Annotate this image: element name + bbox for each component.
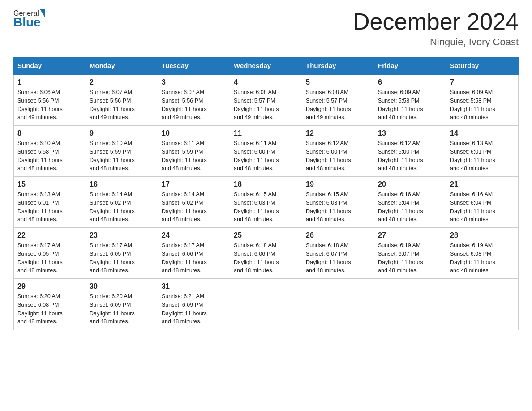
calendar-cell: 12 Sunrise: 6:12 AMSunset: 6:00 PMDaylig… bbox=[302, 126, 374, 177]
day-number: 19 bbox=[306, 180, 370, 188]
calendar-cell: 22 Sunrise: 6:17 AMSunset: 6:05 PMDaylig… bbox=[14, 228, 86, 279]
calendar-cell bbox=[446, 279, 519, 330]
day-number: 26 bbox=[306, 231, 370, 240]
day-number: 10 bbox=[162, 129, 226, 137]
day-info: Sunrise: 6:19 AMSunset: 6:07 PMDaylight:… bbox=[378, 242, 423, 274]
calendar-cell: 30 Sunrise: 6:20 AMSunset: 6:09 PMDaylig… bbox=[86, 279, 158, 330]
day-number: 3 bbox=[162, 78, 226, 86]
calendar-week-row: 1 Sunrise: 6:06 AMSunset: 5:56 PMDayligh… bbox=[14, 74, 519, 126]
day-info: Sunrise: 6:09 AMSunset: 5:58 PMDaylight:… bbox=[450, 89, 495, 120]
calendar-cell bbox=[374, 279, 446, 330]
logo-triangle-icon bbox=[40, 9, 45, 18]
day-number: 23 bbox=[90, 231, 154, 240]
calendar-header-row: SundayMondayTuesdayWednesdayThursdayFrid… bbox=[14, 57, 519, 75]
day-number: 7 bbox=[450, 78, 515, 86]
day-number: 14 bbox=[450, 129, 515, 137]
day-info: Sunrise: 6:10 AMSunset: 5:59 PMDaylight:… bbox=[90, 140, 135, 171]
calendar-week-row: 8 Sunrise: 6:10 AMSunset: 5:58 PMDayligh… bbox=[14, 126, 519, 177]
day-info: Sunrise: 6:21 AMSunset: 6:09 PMDaylight:… bbox=[162, 293, 207, 325]
day-number: 1 bbox=[17, 78, 82, 86]
day-info: Sunrise: 6:07 AMSunset: 5:56 PMDaylight:… bbox=[162, 89, 207, 120]
calendar-cell: 25 Sunrise: 6:18 AMSunset: 6:06 PMDaylig… bbox=[230, 228, 302, 279]
calendar-cell: 11 Sunrise: 6:11 AMSunset: 6:00 PMDaylig… bbox=[230, 126, 302, 177]
header-thursday: Thursday bbox=[302, 57, 374, 75]
header-monday: Monday bbox=[86, 57, 158, 75]
day-info: Sunrise: 6:16 AMSunset: 6:04 PMDaylight:… bbox=[378, 191, 423, 223]
day-number: 6 bbox=[378, 78, 442, 86]
day-info: Sunrise: 6:12 AMSunset: 6:00 PMDaylight:… bbox=[306, 140, 351, 171]
logo-blue-text: Blue bbox=[13, 15, 41, 30]
calendar-week-row: 22 Sunrise: 6:17 AMSunset: 6:05 PMDaylig… bbox=[14, 228, 519, 279]
calendar-cell: 7 Sunrise: 6:09 AMSunset: 5:58 PMDayligh… bbox=[446, 74, 519, 126]
day-info: Sunrise: 6:06 AMSunset: 5:56 PMDaylight:… bbox=[17, 89, 63, 120]
day-info: Sunrise: 6:18 AMSunset: 6:07 PMDaylight:… bbox=[306, 242, 351, 274]
day-info: Sunrise: 6:15 AMSunset: 6:03 PMDaylight:… bbox=[306, 191, 351, 223]
calendar-cell bbox=[302, 279, 374, 330]
day-info: Sunrise: 6:14 AMSunset: 6:02 PMDaylight:… bbox=[162, 191, 207, 223]
calendar-cell: 13 Sunrise: 6:12 AMSunset: 6:00 PMDaylig… bbox=[374, 126, 446, 177]
logo: General Blue bbox=[13, 9, 45, 30]
day-info: Sunrise: 6:11 AMSunset: 6:00 PMDaylight:… bbox=[234, 140, 279, 171]
calendar-cell: 23 Sunrise: 6:17 AMSunset: 6:05 PMDaylig… bbox=[86, 228, 158, 279]
day-number: 8 bbox=[17, 129, 82, 137]
calendar-cell: 27 Sunrise: 6:19 AMSunset: 6:07 PMDaylig… bbox=[374, 228, 446, 279]
calendar-week-row: 29 Sunrise: 6:20 AMSunset: 6:08 PMDaylig… bbox=[14, 279, 519, 330]
day-number: 13 bbox=[378, 129, 442, 137]
calendar-cell: 1 Sunrise: 6:06 AMSunset: 5:56 PMDayligh… bbox=[14, 74, 86, 126]
day-info: Sunrise: 6:13 AMSunset: 6:01 PMDaylight:… bbox=[17, 191, 63, 223]
day-number: 12 bbox=[306, 129, 370, 137]
day-number: 4 bbox=[234, 78, 298, 86]
day-number: 17 bbox=[162, 180, 226, 188]
calendar-cell: 29 Sunrise: 6:20 AMSunset: 6:08 PMDaylig… bbox=[14, 279, 86, 330]
day-number: 2 bbox=[90, 78, 154, 86]
day-number: 29 bbox=[17, 283, 82, 291]
header-sunday: Sunday bbox=[14, 57, 86, 75]
calendar-cell: 5 Sunrise: 6:08 AMSunset: 5:57 PMDayligh… bbox=[302, 74, 374, 126]
header-friday: Friday bbox=[374, 57, 446, 75]
day-info: Sunrise: 6:08 AMSunset: 5:57 PMDaylight:… bbox=[234, 89, 279, 120]
calendar-cell: 14 Sunrise: 6:13 AMSunset: 6:01 PMDaylig… bbox=[446, 126, 519, 177]
day-number: 15 bbox=[17, 180, 82, 188]
day-info: Sunrise: 6:20 AMSunset: 6:09 PMDaylight:… bbox=[90, 293, 135, 325]
day-number: 31 bbox=[162, 283, 226, 291]
calendar-cell: 16 Sunrise: 6:14 AMSunset: 6:02 PMDaylig… bbox=[86, 177, 158, 228]
calendar-cell: 4 Sunrise: 6:08 AMSunset: 5:57 PMDayligh… bbox=[230, 74, 302, 126]
calendar-cell: 26 Sunrise: 6:18 AMSunset: 6:07 PMDaylig… bbox=[302, 228, 374, 279]
calendar-cell: 24 Sunrise: 6:17 AMSunset: 6:06 PMDaylig… bbox=[158, 228, 230, 279]
calendar-week-row: 15 Sunrise: 6:13 AMSunset: 6:01 PMDaylig… bbox=[14, 177, 519, 228]
day-info: Sunrise: 6:15 AMSunset: 6:03 PMDaylight:… bbox=[234, 191, 279, 223]
day-number: 11 bbox=[234, 129, 298, 137]
day-number: 22 bbox=[17, 231, 82, 240]
header-tuesday: Tuesday bbox=[158, 57, 230, 75]
day-info: Sunrise: 6:11 AMSunset: 5:59 PMDaylight:… bbox=[162, 140, 207, 171]
calendar-cell: 28 Sunrise: 6:19 AMSunset: 6:08 PMDaylig… bbox=[446, 228, 519, 279]
calendar-cell: 10 Sunrise: 6:11 AMSunset: 5:59 PMDaylig… bbox=[158, 126, 230, 177]
calendar-cell: 31 Sunrise: 6:21 AMSunset: 6:09 PMDaylig… bbox=[158, 279, 230, 330]
calendar-cell: 3 Sunrise: 6:07 AMSunset: 5:56 PMDayligh… bbox=[158, 74, 230, 126]
title-block: December 2024 Ninguie, Ivory Coast bbox=[353, 9, 519, 48]
calendar-cell: 19 Sunrise: 6:15 AMSunset: 6:03 PMDaylig… bbox=[302, 177, 374, 228]
day-info: Sunrise: 6:16 AMSunset: 6:04 PMDaylight:… bbox=[450, 191, 495, 223]
month-title: December 2024 bbox=[353, 9, 519, 34]
day-number: 16 bbox=[90, 180, 154, 188]
calendar-cell: 18 Sunrise: 6:15 AMSunset: 6:03 PMDaylig… bbox=[230, 177, 302, 228]
calendar-cell: 2 Sunrise: 6:07 AMSunset: 5:56 PMDayligh… bbox=[86, 74, 158, 126]
calendar-cell: 6 Sunrise: 6:09 AMSunset: 5:58 PMDayligh… bbox=[374, 74, 446, 126]
day-info: Sunrise: 6:19 AMSunset: 6:08 PMDaylight:… bbox=[450, 242, 495, 274]
day-info: Sunrise: 6:18 AMSunset: 6:06 PMDaylight:… bbox=[234, 242, 279, 274]
day-info: Sunrise: 6:13 AMSunset: 6:01 PMDaylight:… bbox=[450, 140, 495, 171]
day-number: 9 bbox=[90, 129, 154, 137]
day-number: 20 bbox=[378, 180, 442, 188]
day-info: Sunrise: 6:08 AMSunset: 5:57 PMDaylight:… bbox=[306, 89, 351, 120]
calendar-cell: 9 Sunrise: 6:10 AMSunset: 5:59 PMDayligh… bbox=[86, 126, 158, 177]
calendar-cell: 15 Sunrise: 6:13 AMSunset: 6:01 PMDaylig… bbox=[14, 177, 86, 228]
day-number: 25 bbox=[234, 231, 298, 240]
calendar-table: SundayMondayTuesdayWednesdayThursdayFrid… bbox=[13, 57, 519, 330]
day-number: 28 bbox=[450, 231, 515, 240]
day-info: Sunrise: 6:10 AMSunset: 5:58 PMDaylight:… bbox=[17, 140, 63, 171]
day-info: Sunrise: 6:09 AMSunset: 5:58 PMDaylight:… bbox=[378, 89, 423, 120]
calendar-cell: 21 Sunrise: 6:16 AMSunset: 6:04 PMDaylig… bbox=[446, 177, 519, 228]
page-header: General Blue December 2024 Ninguie, Ivor… bbox=[13, 9, 519, 48]
day-number: 24 bbox=[162, 231, 226, 240]
day-info: Sunrise: 6:17 AMSunset: 6:06 PMDaylight:… bbox=[162, 242, 207, 274]
